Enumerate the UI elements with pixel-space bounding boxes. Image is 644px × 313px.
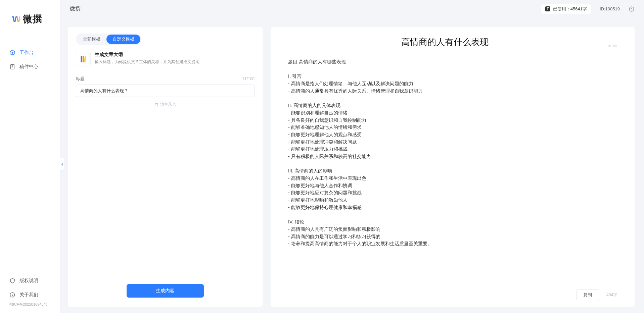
page-title: 微撰	[70, 5, 81, 12]
sidebar-collapse-handle[interactable]	[60, 158, 64, 170]
tab-all-templates[interactable]: 全部模板	[77, 35, 106, 44]
template-card: 生成文章大纲 输入标题，为你提供文章主体的灵感，并为其创建推文提纲	[76, 52, 255, 66]
nav-drafts[interactable]: 稿件中心	[0, 60, 60, 74]
svg-rect-3	[81, 56, 82, 62]
output-title-count: 10/100	[606, 44, 617, 48]
template-desc: 输入标题，为你提供文章主体的灵感，并为其创建推文提纲	[95, 59, 199, 65]
tab-custom-templates[interactable]: 自定义模板	[106, 35, 140, 44]
nav-label: 工作台	[19, 50, 34, 56]
cube-icon	[9, 50, 15, 56]
nav-main: 工作台 稿件中心	[0, 32, 60, 74]
title-input[interactable]	[76, 85, 255, 97]
clear-label: 清空录入	[160, 102, 176, 107]
nav-label: 稿件中心	[19, 64, 38, 70]
output-body[interactable]: 题目:高情商的人有哪些表现 I. 引言 - 高情商是指人们处理情绪、与他人互动以…	[288, 58, 617, 260]
chevron-left-icon	[61, 162, 63, 166]
logo-mark: W	[12, 14, 20, 24]
sidebar: W 微撰 工作台 稿件中心 版权说明	[0, 0, 60, 313]
nav-workspace[interactable]: 工作台	[0, 46, 60, 60]
info-icon	[9, 292, 15, 298]
field-label: 标题	[76, 76, 85, 82]
clear-input-button[interactable]: 清空录入	[76, 102, 255, 107]
input-panel: 全部模板 自定义模板 生成文章大纲 输入标题，为你提供文章主体的灵感，并为其创建…	[68, 27, 263, 307]
template-info: 生成文章大纲 输入标题，为你提供文章主体的灵感，并为其创建推文提纲	[95, 52, 199, 65]
svg-rect-5	[84, 56, 86, 62]
user-id: ID:100519	[600, 6, 620, 11]
char-count: 11/100	[242, 76, 255, 81]
template-thumb	[76, 52, 91, 66]
logo-text: 微撰	[23, 13, 42, 25]
usage-badge[interactable]: T 已使用：45641字	[541, 4, 591, 14]
output-footer: 复制 404字	[288, 284, 617, 300]
output-title-row: 高情商的人有什么表现 10/100	[288, 36, 617, 53]
template-tabs: 全部模板 自定义模板	[76, 34, 141, 45]
app-root: W 微撰 工作台 稿件中心 版权说明	[0, 0, 644, 313]
logo: W 微撰	[0, 0, 60, 32]
nav-label: 关于我们	[19, 292, 38, 298]
main: 微撰 T 已使用：45641字 ID:100519 全部模板 自定义模板	[60, 0, 644, 313]
usage-text: 已使用：45641字	[553, 6, 587, 12]
sidebar-bottom: 版权说明 关于我们 鄂ICP备2022016946号	[0, 274, 60, 313]
topbar-right: T 已使用：45641字 ID:100519	[541, 4, 635, 14]
icp-text: 鄂ICP备2022016946号	[0, 302, 60, 310]
shield-icon	[9, 278, 15, 284]
trash-icon	[154, 102, 159, 107]
nav-label: 版权说明	[19, 278, 38, 284]
generate-button[interactable]: 生成内容	[127, 284, 204, 298]
books-icon	[79, 55, 88, 63]
nav-copyright[interactable]: 版权说明	[0, 274, 60, 288]
topbar: 微撰 T 已使用：45641字 ID:100519	[60, 0, 644, 18]
output-title: 高情商的人有什么表现	[288, 36, 602, 48]
output-panel: 高情商的人有什么表现 10/100 题目:高情商的人有哪些表现 I. 引言 - …	[271, 27, 635, 307]
power-icon[interactable]	[629, 6, 635, 12]
nav-about[interactable]: 关于我们	[0, 288, 60, 302]
text-token-icon: T	[545, 6, 550, 11]
field-block: 标题 11/100	[76, 76, 255, 97]
output-word-count: 404字	[606, 292, 617, 298]
content: 全部模板 自定义模板 生成文章大纲 输入标题，为你提供文章主体的灵感，并为其创建…	[60, 18, 644, 313]
document-icon	[9, 64, 15, 70]
template-title: 生成文章大纲	[95, 52, 199, 58]
svg-rect-4	[83, 56, 84, 62]
copy-button[interactable]: 复制	[576, 290, 599, 300]
